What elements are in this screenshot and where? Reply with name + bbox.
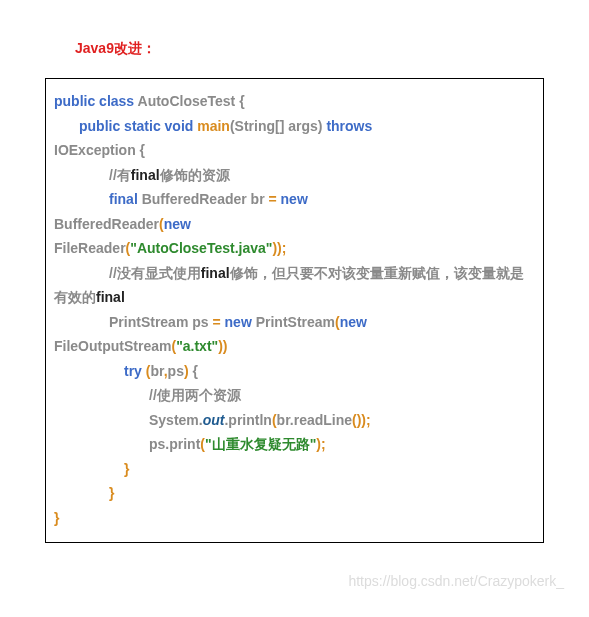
keyword: final xyxy=(131,167,160,183)
ctor: FileReader xyxy=(54,240,126,256)
keyword: new xyxy=(281,191,308,207)
operator: = xyxy=(268,191,280,207)
watermark: https://blog.csdn.net/Crazypokerk_ xyxy=(0,563,589,599)
string: "山重水复疑无路" xyxy=(205,436,316,452)
class: System. xyxy=(149,412,203,428)
code-line: IOException { xyxy=(54,138,535,163)
var: BufferedReader br xyxy=(138,191,269,207)
comment: //有 xyxy=(109,167,131,183)
params: (String[] args) xyxy=(230,118,323,134)
code-line: } xyxy=(54,481,535,506)
code-line: BufferedReader(new xyxy=(54,212,535,237)
var: PrintStream ps xyxy=(109,314,212,330)
code-line: FileOutputStream("a.txt")) xyxy=(54,334,535,359)
code-block: public class AutoCloseTest { public stat… xyxy=(45,78,544,543)
code-line: try (br,ps) { xyxy=(54,359,535,384)
code-line: FileReader("AutoCloseTest.java")); xyxy=(54,236,535,261)
keyword: new xyxy=(340,314,367,330)
paren: )); xyxy=(272,240,286,256)
class-name: AutoCloseTest { xyxy=(134,93,244,109)
ctor: FileOutputStream xyxy=(54,338,171,354)
code-line: } xyxy=(54,457,535,482)
comment: //没有显式使用 xyxy=(109,265,201,281)
code-line: PrintStream ps = new PrintStream(new xyxy=(54,310,535,335)
code-line: public class AutoCloseTest { xyxy=(54,89,535,114)
keyword: final xyxy=(109,191,138,207)
code-line: public static void main(String[] args) t… xyxy=(54,114,535,139)
field: out xyxy=(203,412,225,428)
paren: ); xyxy=(316,436,325,452)
brace: } xyxy=(109,485,114,501)
code-line: //有final修饰的资源 xyxy=(54,163,535,188)
paren: ()); xyxy=(352,412,371,428)
method: .println xyxy=(224,412,271,428)
code-line: //使用两个资源 xyxy=(54,383,535,408)
brace: } xyxy=(124,461,129,477)
code-line: ps.print("山重水复疑无路"); xyxy=(54,432,535,457)
brace: { xyxy=(189,363,198,379)
keyword: try xyxy=(124,363,142,379)
keyword: public class xyxy=(54,93,134,109)
comment: //使用两个资源 xyxy=(149,387,241,403)
ctor: BufferedReader xyxy=(54,216,159,232)
operator: = xyxy=(212,314,224,330)
call: ps.print xyxy=(149,436,200,452)
code-line: } xyxy=(54,506,535,531)
keyword: final xyxy=(96,289,125,305)
string: "AutoCloseTest.java" xyxy=(130,240,272,256)
keyword: public static void xyxy=(79,118,193,134)
string: "a.txt" xyxy=(176,338,218,354)
call: br.readLine xyxy=(277,412,352,428)
keyword: new xyxy=(225,314,252,330)
keyword: new xyxy=(164,216,191,232)
code-line: System.out.println(br.readLine()); xyxy=(54,408,535,433)
keyword: final xyxy=(201,265,230,281)
document-container: Java9改进： public class AutoCloseTest { pu… xyxy=(0,0,589,563)
comment: 修饰的资源 xyxy=(160,167,230,183)
method: main xyxy=(193,118,230,134)
brace: } xyxy=(54,510,59,526)
exception: IOException { xyxy=(54,142,145,158)
code-line: final BufferedReader br = new xyxy=(54,187,535,212)
section-title: Java9改进： xyxy=(75,40,544,58)
paren: )) xyxy=(218,338,227,354)
keyword: throws xyxy=(323,118,373,134)
var: ps xyxy=(168,363,184,379)
var: br xyxy=(150,363,163,379)
code-line: //没有显式使用final修饰，但只要不对该变量重新赋值，该变量就是有效的fin… xyxy=(54,261,535,310)
ctor: PrintStream xyxy=(252,314,335,330)
